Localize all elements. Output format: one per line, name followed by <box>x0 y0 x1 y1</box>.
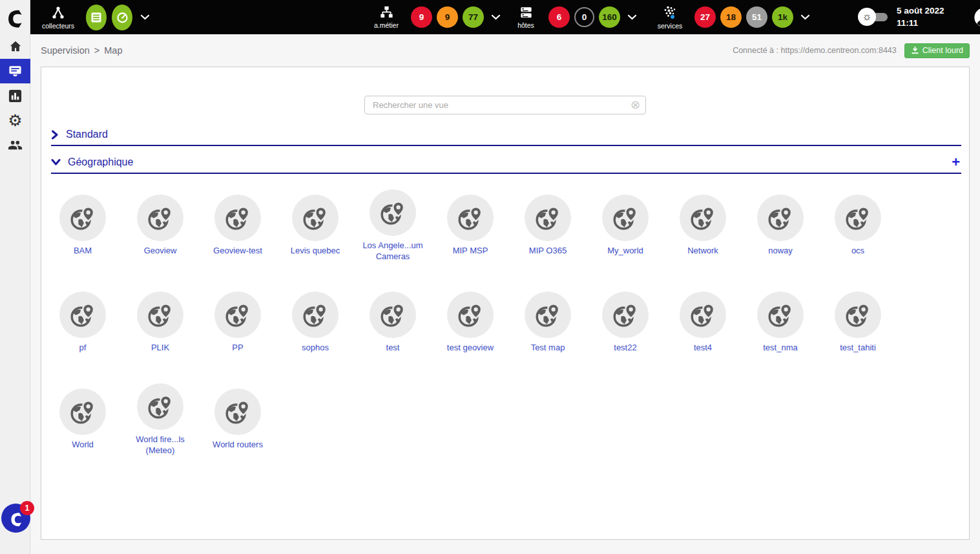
map-tile[interactable]: test <box>354 286 432 359</box>
search-view-input[interactable] <box>364 96 646 114</box>
map-tile[interactable]: test22 <box>587 286 664 359</box>
business-activity-icon <box>379 5 394 20</box>
globe-circle <box>370 189 416 236</box>
map-tile[interactable]: Network <box>664 189 742 262</box>
pollers-label: collecteurs <box>42 22 74 30</box>
business-critical-badge[interactable]: 9 <box>411 6 432 28</box>
hosts-down-badge[interactable]: 6 <box>548 6 570 28</box>
map-label: My_world <box>607 246 643 256</box>
map-label: BAM <box>74 246 92 256</box>
current-time: 11:11 <box>897 17 944 29</box>
pollers-menu[interactable]: collecteurs <box>39 0 77 34</box>
business-ok-badge[interactable]: 77 <box>463 6 484 28</box>
hosts-pending-badge[interactable]: 0 <box>574 7 594 27</box>
map-tile[interactable]: Geoview-test <box>199 189 276 262</box>
globe-circle <box>602 195 649 241</box>
map-tile[interactable]: PLIK <box>121 286 199 359</box>
sidebar-item-reporting[interactable] <box>0 83 30 108</box>
services-chevron-down-icon[interactable] <box>800 14 810 20</box>
map-label: Test map <box>531 343 565 353</box>
pollers-chevron-down-icon[interactable] <box>140 14 150 20</box>
map-tile[interactable]: pf <box>44 286 121 359</box>
globe-pin-icon <box>533 203 563 233</box>
user-avatar-icon[interactable] <box>974 7 980 28</box>
map-tile[interactable]: MIP O365 <box>509 189 587 262</box>
theme-toggle[interactable]: ☼ <box>858 8 889 27</box>
map-tile[interactable]: test4 <box>664 286 742 359</box>
services-critical-badge[interactable]: 27 <box>694 6 716 28</box>
sidebar-item-supervision[interactable] <box>0 59 30 83</box>
breadcrumb-row: Supervision>Map Connecté à : https://dem… <box>30 34 980 67</box>
map-label: test_tahiti <box>840 343 876 353</box>
map-tile[interactable]: My_world <box>587 189 664 262</box>
breadcrumb-supervision[interactable]: Supervision <box>41 45 90 56</box>
views-panel: ⊗ Standard Géographique + <box>41 67 970 540</box>
globe-pin-icon <box>766 300 795 330</box>
desktop-client-button[interactable]: Client lourd <box>904 43 970 58</box>
map-label: test_nma <box>763 343 797 353</box>
map-tile[interactable]: test geoview <box>432 286 509 359</box>
map-tile[interactable]: ocs <box>819 189 897 262</box>
hosts-chevron-down-icon[interactable] <box>627 14 637 20</box>
globe-circle <box>59 195 106 241</box>
globe-pin-icon <box>68 203 98 233</box>
sidebar-item-administration[interactable] <box>0 133 30 157</box>
globe-circle <box>525 195 571 241</box>
services-ok-badge[interactable]: 1k <box>772 6 793 28</box>
map-tile[interactable]: Levis quebec <box>276 189 354 262</box>
globe-pin-icon <box>68 397 98 427</box>
sidebar-item-configuration[interactable]: ⚙ <box>0 108 30 133</box>
globe-circle <box>680 292 726 338</box>
globe-pin-icon <box>145 300 175 330</box>
map-tile[interactable]: World <box>44 383 121 456</box>
globe-circle <box>137 195 183 241</box>
globe-pin-icon <box>610 300 640 330</box>
business-activities-menu[interactable]: a.métier <box>368 0 405 34</box>
map-tile[interactable]: MIP MSP <box>432 189 509 262</box>
main-content: Supervision>Map Connecté à : https://dem… <box>30 34 980 554</box>
map-tile[interactable]: BAM <box>44 189 121 262</box>
globe-pin-icon <box>688 203 718 233</box>
map-tile[interactable]: Test map <box>509 286 587 359</box>
globe-circle <box>602 292 649 338</box>
services-warning-badge[interactable]: 18 <box>720 6 742 28</box>
sidebar-item-home[interactable] <box>0 34 30 59</box>
map-label: MIP MSP <box>453 246 488 256</box>
map-label: Levis quebec <box>291 246 340 256</box>
globe-circle <box>447 195 494 241</box>
section-geographic[interactable]: Géographique + <box>51 156 961 174</box>
map-tile[interactable]: noway <box>742 189 819 262</box>
map-grid: BAM Geoview Geoview-te <box>44 189 969 480</box>
hosts-menu[interactable]: hôtes <box>510 0 541 34</box>
map-label: ocs <box>851 246 864 256</box>
section-standard[interactable]: Standard <box>51 129 961 146</box>
map-tile[interactable]: Geoview <box>121 189 199 262</box>
hosts-up-badge[interactable]: 160 <box>599 6 620 28</box>
business-chevron-down-icon[interactable] <box>491 14 501 20</box>
map-tile[interactable]: PP <box>199 286 276 359</box>
globe-pin-icon <box>610 203 640 233</box>
clear-search-icon[interactable]: ⊗ <box>631 98 640 112</box>
map-tile[interactable]: World routers <box>199 383 276 456</box>
globe-circle <box>137 383 183 430</box>
map-label: Geoview-test <box>213 246 262 256</box>
centreon-notifications-button[interactable]: 1 <box>1 504 30 533</box>
map-tile[interactable]: test_tahiti <box>819 286 897 359</box>
map-tile[interactable]: test_nma <box>742 286 819 359</box>
hosts-status-badges: 6 0 160 <box>548 0 637 34</box>
connected-url-label: Connecté à : https://demo.centreon.com:8… <box>733 46 897 55</box>
map-tile[interactable]: sophos <box>276 286 354 359</box>
business-warning-badge[interactable]: 9 <box>437 6 458 28</box>
globe-pin-icon <box>455 300 485 330</box>
services-icon <box>662 5 678 21</box>
services-unknown-badge[interactable]: 51 <box>746 6 767 28</box>
poller-latency-badge[interactable] <box>112 5 132 30</box>
map-tile[interactable]: Los Angele...um Cameras <box>354 189 432 262</box>
services-menu[interactable]: services <box>651 0 689 34</box>
breadcrumb-map[interactable]: Map <box>104 45 122 56</box>
map-tile[interactable]: World fire...ls (Meteo) <box>121 383 199 456</box>
add-view-button[interactable]: + <box>950 157 961 167</box>
poller-list-badge[interactable] <box>86 5 107 30</box>
globe-circle <box>292 195 339 241</box>
globe-circle <box>137 292 183 338</box>
